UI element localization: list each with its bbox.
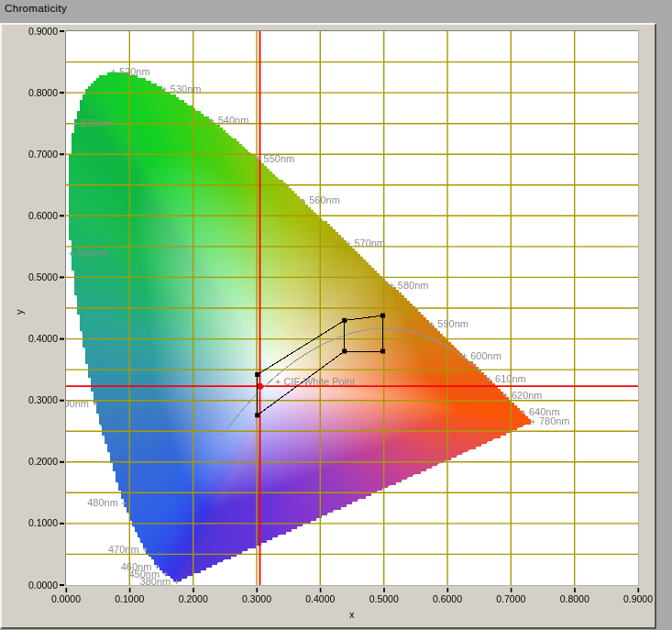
svg-text:550nm: 550nm: [264, 153, 295, 164]
svg-text:620nm: 620nm: [512, 390, 543, 401]
svg-text:0.1000: 0.1000: [115, 593, 144, 604]
svg-text:610nm: 610nm: [495, 373, 526, 384]
svg-text:0.8000: 0.8000: [28, 87, 58, 98]
svg-text:0.6000: 0.6000: [28, 210, 58, 221]
svg-text:460nm: 460nm: [121, 561, 152, 572]
svg-text:0.0000: 0.0000: [28, 580, 58, 591]
svg-text:570nm: 570nm: [354, 238, 385, 249]
svg-text:0.4000: 0.4000: [28, 333, 58, 344]
svg-text:0.6000: 0.6000: [433, 593, 462, 604]
svg-text:0.3000: 0.3000: [242, 593, 271, 604]
svg-text:0.9000: 0.9000: [28, 26, 58, 37]
svg-text:0.2000: 0.2000: [179, 593, 208, 604]
svg-text:480nm: 480nm: [87, 497, 118, 508]
svg-text:590nm: 590nm: [437, 318, 468, 329]
svg-text:0.8000: 0.8000: [560, 593, 589, 604]
svg-text:780nm: 780nm: [539, 415, 570, 426]
svg-text:0.1000: 0.1000: [28, 517, 58, 528]
svg-text:540nm: 540nm: [218, 115, 249, 126]
svg-text:560nm: 560nm: [309, 194, 340, 205]
svg-text:510nm: 510nm: [81, 117, 112, 128]
svg-text:490nm: 490nm: [58, 398, 89, 409]
svg-text:580nm: 580nm: [398, 280, 429, 291]
svg-text:0.2000: 0.2000: [28, 456, 58, 467]
svg-text:530nm: 530nm: [171, 83, 202, 94]
svg-text:0.7000: 0.7000: [496, 593, 525, 604]
svg-text:520nm: 520nm: [119, 66, 150, 77]
svg-text:0.7000: 0.7000: [28, 149, 58, 160]
svg-text:x: x: [349, 609, 355, 620]
svg-text:0.5000: 0.5000: [28, 271, 58, 282]
svg-text:0.4000: 0.4000: [305, 593, 335, 604]
svg-text:0.3000: 0.3000: [28, 394, 58, 405]
svg-text:470nm: 470nm: [108, 544, 139, 555]
svg-text:0.0000: 0.0000: [51, 593, 81, 604]
svg-text:y: y: [14, 309, 25, 315]
svg-text:0.9000: 0.9000: [623, 593, 653, 604]
svg-text:0.5000: 0.5000: [369, 593, 399, 604]
svg-text:500nm: 500nm: [77, 248, 108, 259]
svg-text:CIE White Point: CIE White Point: [284, 376, 356, 387]
svg-text:600nm: 600nm: [470, 350, 501, 361]
